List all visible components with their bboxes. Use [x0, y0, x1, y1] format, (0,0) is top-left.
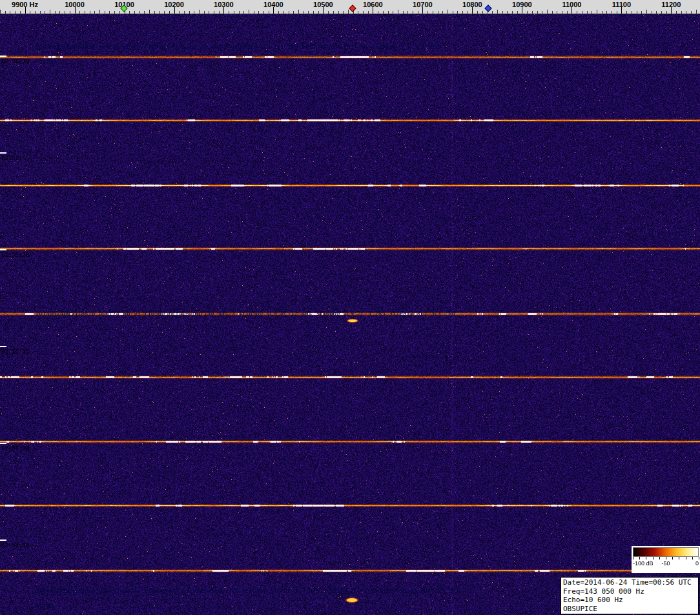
- ruler-tick: [626, 11, 627, 14]
- ruler-tick: [154, 11, 155, 14]
- detection-time-offset: ^t+59: [39, 59, 56, 65]
- ruler-tick: [343, 11, 344, 14]
- ruler-tick: [567, 11, 568, 14]
- ruler-tick: [90, 11, 90, 14]
- ruler-tick: [159, 11, 160, 14]
- ruler-tick: [383, 11, 384, 14]
- ruler-tick: [646, 10, 647, 14]
- colorscale-gradient: [633, 547, 699, 557]
- ruler-tick: [20, 11, 21, 14]
- ruler-tick: [552, 11, 553, 14]
- ruler-tick: [304, 11, 304, 14]
- ruler-tick: [258, 11, 259, 14]
- ruler-tick: [652, 11, 652, 14]
- colorscale-tick: [699, 557, 699, 560]
- ruler-label: 10900: [512, 1, 532, 8]
- ruler-label: 10800: [462, 1, 482, 8]
- ruler-label: 10000: [65, 1, 85, 8]
- ruler-tick: [358, 11, 358, 14]
- colorscale-label: -100 dB: [633, 560, 654, 567]
- frequency-ruler[interactable]: 9900 Hz100001010010200103001040010500106…: [0, 0, 700, 14]
- ruler-tick: [204, 11, 205, 14]
- time-tick-dash: [0, 55, 6, 57]
- ruler-tick: [85, 11, 85, 14]
- ruler-tick: [30, 11, 30, 14]
- ruler-tick: [328, 11, 329, 14]
- ruler-tick: [448, 10, 448, 14]
- ruler-tick: [537, 11, 538, 14]
- ruler-tick: [35, 11, 36, 14]
- ruler-tick: [696, 10, 697, 14]
- ruler-label: 9900 Hz: [12, 1, 38, 8]
- ruler-tick: [482, 11, 483, 14]
- ruler-tick: [348, 10, 349, 14]
- detection-time-offset: ^t+18: [36, 323, 53, 330]
- ruler-tick: [656, 11, 657, 14]
- ruler-tick: [318, 11, 319, 14]
- ruler-tick: [612, 11, 612, 14]
- ruler-tick: [313, 11, 314, 14]
- ruler-tick: [254, 11, 254, 14]
- ruler-tick: [418, 11, 418, 14]
- time-tick-dash: [0, 443, 6, 444]
- ruler-tick: [194, 11, 194, 14]
- ruler-tick: [278, 11, 279, 14]
- ruler-tick: [94, 11, 95, 14]
- ruler-tick: [169, 11, 170, 14]
- ruler-tick: [587, 11, 588, 14]
- time-label: 02:54:45: [1, 542, 29, 549]
- ruler-tick: [492, 11, 493, 14]
- ruler-tick: [507, 11, 508, 14]
- ruler-tick: [403, 11, 404, 14]
- app-window: 9900 Hz100001010010200103001040010500106…: [0, 0, 700, 615]
- ruler-tick: [40, 11, 41, 14]
- ruler-tick: [676, 11, 677, 14]
- ruler-tick: [557, 11, 557, 14]
- ruler-tick: [457, 11, 458, 14]
- ruler-marker-blue-diamond-icon[interactable]: [485, 5, 492, 12]
- ruler-tick: [283, 11, 284, 14]
- detection-annotation: 20140624005518816 hCnt74 nb-93 f10580 hi…: [36, 310, 455, 317]
- ruler-tick: [139, 11, 140, 14]
- ruler-tick: [512, 11, 513, 14]
- ruler-tick: [438, 11, 438, 14]
- ruler-label: 11200: [661, 1, 681, 8]
- ruler-tick: [393, 11, 393, 14]
- ruler-tick: [547, 10, 548, 14]
- ruler-tick: [298, 10, 299, 14]
- ruler-tick: [453, 11, 453, 14]
- time-label: 02:56:00: [1, 58, 29, 65]
- ruler-tick: [50, 10, 50, 14]
- ruler-tick: [407, 11, 408, 14]
- ruler-marker-red-diamond-icon[interactable]: [349, 5, 356, 12]
- ruler-tick: [617, 11, 617, 14]
- ruler-tick: [637, 11, 637, 14]
- ruler-tick: [134, 11, 135, 14]
- ruler-tick: [144, 11, 145, 14]
- ruler-label: 10700: [413, 1, 433, 8]
- ruler-tick: [99, 10, 100, 14]
- ruler-tick: [502, 11, 503, 14]
- ruler-label: 10600: [363, 1, 383, 8]
- ruler-tick: [249, 10, 249, 14]
- ruler-tick: [388, 11, 389, 14]
- ruler-tick: [597, 10, 597, 14]
- ruler-tick: [15, 11, 15, 14]
- ruler-tick: [109, 11, 110, 14]
- ruler-tick: [65, 11, 65, 14]
- ruler-tick: [189, 11, 190, 14]
- ruler-tick: [602, 11, 602, 14]
- detection-time-offset: ^t+35: [36, 603, 53, 609]
- ruler-tick: [517, 11, 518, 14]
- colorscale-label: -50: [661, 560, 670, 567]
- info-station-name: OBSUPICE: [563, 605, 696, 614]
- ruler-tick: [398, 10, 398, 14]
- ruler-tick: [114, 11, 115, 14]
- ruler-tick: [45, 11, 45, 14]
- ruler-tick: [0, 10, 1, 14]
- ruler-tick: [199, 10, 200, 14]
- ruler-tick: [179, 11, 180, 14]
- colorscale-label: 0: [695, 560, 699, 567]
- info-frequency: Freq=143 050 000 Hz: [563, 587, 696, 596]
- ruler-label: 10300: [214, 1, 234, 8]
